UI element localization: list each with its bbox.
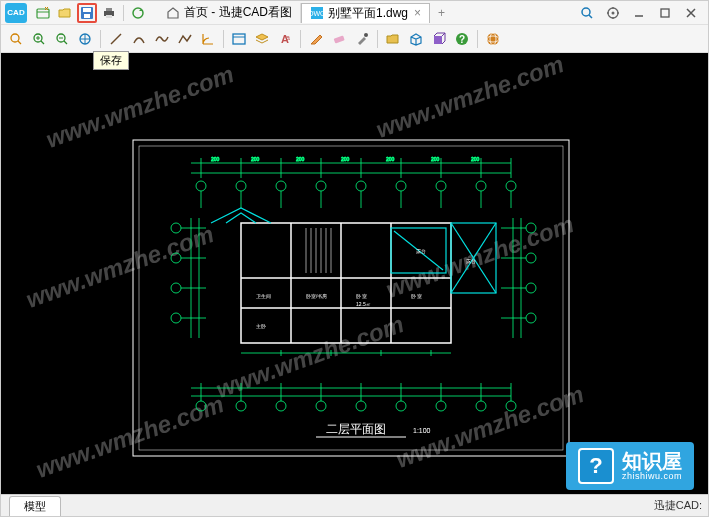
separator — [100, 30, 101, 48]
globe-button[interactable] — [482, 28, 504, 50]
folder-button[interactable] — [55, 3, 75, 23]
measure-angle-button[interactable] — [197, 28, 219, 50]
svg-text:卫生间: 卫生间 — [256, 293, 271, 299]
status-bar: 模型 迅捷CAD: — [1, 494, 708, 516]
zoom-in-button[interactable] — [28, 28, 50, 50]
svg-point-61 — [276, 181, 286, 191]
svg-point-60 — [236, 181, 246, 191]
svg-text:200: 200 — [296, 156, 305, 162]
minimize-button[interactable] — [626, 3, 652, 23]
separator — [300, 30, 301, 48]
open-folder-button[interactable] — [382, 28, 404, 50]
open-file-button[interactable] — [33, 3, 53, 23]
svg-point-65 — [436, 181, 446, 191]
svg-text:12.5㎡: 12.5㎡ — [356, 301, 371, 307]
svg-line-11 — [589, 15, 592, 18]
picker-button[interactable] — [351, 28, 373, 50]
svg-rect-33 — [434, 36, 442, 44]
window-controls — [574, 3, 704, 23]
svg-rect-27 — [233, 34, 245, 44]
zoom-out-button[interactable] — [51, 28, 73, 50]
box-button[interactable] — [405, 28, 427, 50]
add-tab-button[interactable]: + — [430, 6, 453, 20]
text-button[interactable]: Aa — [274, 28, 296, 50]
svg-rect-39 — [133, 140, 569, 456]
separator — [123, 5, 124, 21]
svg-point-134 — [396, 401, 406, 411]
zoom-extents-button[interactable] — [5, 28, 27, 50]
svg-point-62 — [316, 181, 326, 191]
tab-home-label: 首页 - 迅捷CAD看图 — [184, 4, 292, 21]
svg-rect-0 — [37, 9, 49, 18]
tab-file[interactable]: DWG 别墅平面1.dwg × — [301, 3, 430, 23]
save-button[interactable] — [77, 3, 97, 23]
svg-point-36 — [487, 33, 499, 45]
drawing-canvas[interactable]: www.wmzhe.com www.wmzhe.com www.wmzhe.co… — [1, 53, 708, 494]
svg-point-129 — [196, 401, 206, 411]
eraser-tool-button[interactable] — [328, 28, 350, 50]
svg-point-16 — [11, 34, 19, 42]
layers-button[interactable] — [251, 28, 273, 50]
svg-text:露台: 露台 — [416, 248, 426, 254]
model-tab[interactable]: 模型 — [9, 496, 61, 516]
dwg-icon: DWG — [310, 6, 324, 20]
drawing-title: 二层平面图 — [326, 422, 386, 436]
svg-point-131 — [276, 401, 286, 411]
close-icon[interactable]: × — [414, 6, 421, 20]
cube-button[interactable] — [428, 28, 450, 50]
svg-point-66 — [476, 181, 486, 191]
svg-point-135 — [436, 401, 446, 411]
settings-button[interactable] — [600, 3, 626, 23]
svg-text:a: a — [286, 34, 290, 41]
cad-drawing: 200200200 200200200200 — [131, 138, 571, 458]
polyline-tool-button[interactable] — [174, 28, 196, 50]
help-button[interactable]: ? — [451, 28, 473, 50]
svg-rect-6 — [106, 15, 112, 18]
close-button[interactable] — [678, 3, 704, 23]
svg-point-89 — [526, 283, 536, 293]
refresh-button[interactable] — [128, 3, 148, 23]
separator — [477, 30, 478, 48]
toolbar: 保存 Aa ? — [1, 25, 708, 53]
svg-point-78 — [171, 253, 181, 263]
tab-file-label: 别墅平面1.dwg — [328, 5, 408, 22]
separator — [223, 30, 224, 48]
home-icon — [166, 6, 180, 20]
brand-icon: ? — [578, 448, 614, 484]
window-button[interactable] — [228, 28, 250, 50]
spline-tool-button[interactable] — [151, 28, 173, 50]
svg-line-17 — [18, 41, 21, 44]
svg-rect-5 — [106, 8, 112, 11]
svg-point-136 — [476, 401, 486, 411]
svg-text:?: ? — [459, 34, 465, 45]
status-text: 迅捷CAD: — [654, 498, 702, 513]
svg-point-132 — [316, 401, 326, 411]
maximize-button[interactable] — [652, 3, 678, 23]
pencil-tool-button[interactable] — [305, 28, 327, 50]
svg-text:200: 200 — [341, 156, 350, 162]
svg-point-130 — [236, 401, 246, 411]
print-button[interactable] — [99, 3, 119, 23]
line-tool-button[interactable] — [105, 28, 127, 50]
svg-point-137 — [506, 401, 516, 411]
search-button[interactable] — [574, 3, 600, 23]
svg-text:200: 200 — [251, 156, 260, 162]
svg-text:200: 200 — [386, 156, 395, 162]
svg-point-67 — [506, 181, 516, 191]
svg-point-90 — [526, 313, 536, 323]
brand-name: 知识屋 — [622, 450, 682, 472]
title-bar: CAD 首页 - 迅捷CAD看图 — [1, 1, 708, 25]
tab-home[interactable]: 首页 - 迅捷CAD看图 — [158, 3, 301, 23]
svg-rect-2 — [83, 8, 91, 12]
drawing-scale: 1:100 — [413, 427, 431, 434]
pan-button[interactable] — [74, 28, 96, 50]
svg-point-80 — [171, 313, 181, 323]
app-logo: CAD — [5, 3, 27, 23]
save-tooltip: 保存 — [93, 51, 129, 70]
svg-text:露台: 露台 — [466, 258, 476, 264]
arc-tool-button[interactable] — [128, 28, 150, 50]
watermark: www.wmzhe.com — [372, 53, 567, 144]
svg-text:DWG: DWG — [310, 10, 324, 17]
svg-line-26 — [111, 34, 121, 44]
svg-point-77 — [171, 223, 181, 233]
